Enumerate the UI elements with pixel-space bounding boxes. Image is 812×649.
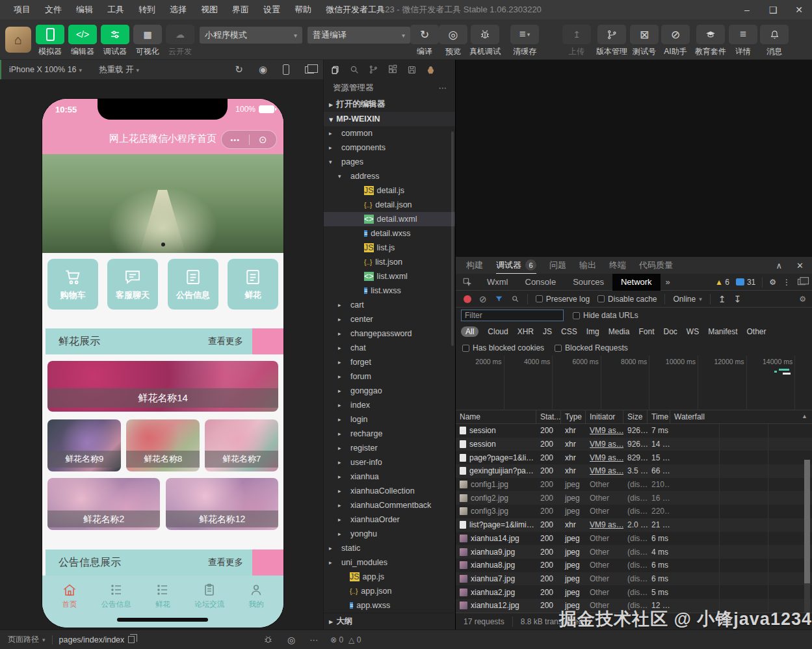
type-filter[interactable]: Img	[586, 327, 599, 336]
tab-profile[interactable]: 我的	[235, 582, 277, 628]
dual-window-icon[interactable]	[305, 66, 314, 73]
record-network-icon[interactable]	[464, 295, 471, 303]
menu-item[interactable]: 选择	[163, 0, 194, 20]
throttling-select[interactable]: Online▾	[673, 295, 701, 304]
more-tabs-icon[interactable]: »	[661, 277, 675, 287]
tree-item[interactable]: ▸ static	[324, 541, 456, 555]
menu-item[interactable]: 界面	[225, 0, 256, 20]
network-request-row[interactable]: list?page=1&limi… 200 xhr VM9 as… 2.0 … …	[456, 518, 812, 532]
open-editors-section[interactable]: ▸打开的编辑器	[324, 96, 456, 112]
menu-item[interactable]: 转到	[131, 0, 163, 20]
tab-wxml[interactable]: Wxml	[478, 274, 517, 291]
tree-item[interactable]: ▸ user-info	[324, 455, 456, 470]
close-panel-icon[interactable]: ✕	[796, 261, 804, 271]
tree-item[interactable]: ▸ uni_modules	[324, 555, 456, 570]
tab-code-quality[interactable]: 代码质量	[639, 257, 673, 274]
save-icon[interactable]	[407, 65, 417, 75]
network-request-row[interactable]: xianhua14.jpg 200 jpeg Other (dis… 6 ms	[456, 532, 812, 546]
filter-funnel-icon[interactable]	[495, 295, 503, 303]
editor-button[interactable]: </> 编辑器	[66, 25, 99, 57]
tree-item[interactable]: ▸ common	[324, 126, 456, 140]
col-type[interactable]: Type	[561, 410, 586, 424]
network-request-row[interactable]: session 200 xhr VM9 as… 926… 14 …	[456, 438, 812, 451]
close-button[interactable]: ✕	[786, 0, 812, 20]
hide-data-urls-checkbox[interactable]: Hide data URLs	[573, 311, 638, 320]
blocked-cookies-checkbox[interactable]: Has blocked cookies	[462, 343, 544, 352]
menu-item[interactable]: 帮助	[287, 0, 319, 20]
type-filter[interactable]: JS	[543, 327, 552, 336]
network-request-row[interactable]: xianhua2.jpg 200 jpeg Other (dis… 5 ms	[456, 585, 812, 599]
tree-item[interactable]: ▸ center	[324, 312, 456, 326]
type-filter[interactable]: Manifest	[708, 327, 737, 336]
eye-icon[interactable]: ◎	[287, 635, 295, 645]
search-network-icon[interactable]	[511, 295, 519, 303]
blocked-requests-checkbox[interactable]: Blocked Requests	[555, 343, 628, 352]
tree-item[interactable]: ▸ components	[324, 140, 456, 155]
search-icon[interactable]	[349, 64, 360, 75]
export-har-icon[interactable]: ↧	[733, 294, 741, 304]
problems-counter[interactable]: ⊗ 0 △ 0	[330, 635, 361, 644]
project-root[interactable]: ▾MP-WEIXIN	[324, 112, 456, 126]
phone-frame-icon[interactable]	[283, 64, 289, 75]
more-actions-icon[interactable]: ···	[439, 83, 447, 92]
tab-output[interactable]: 输出	[579, 257, 596, 274]
import-har-icon[interactable]: ↥	[718, 294, 726, 304]
minimize-button[interactable]: –	[734, 0, 760, 20]
tree-item[interactable]: list.wxss	[324, 284, 456, 298]
clear-cache-button[interactable]: ≡▾ 清缓存	[507, 25, 542, 57]
kebab-menu-icon[interactable]: ⋮	[783, 278, 791, 287]
chat-button[interactable]: 客服聊天	[107, 259, 158, 310]
view-more-link[interactable]: 查看更多	[208, 557, 243, 568]
col-initiator[interactable]: Initiator	[586, 410, 623, 424]
plugin-icon[interactable]	[426, 65, 436, 75]
warning-count[interactable]: ▲ 6	[715, 278, 729, 287]
tree-item[interactable]: ▸ register	[324, 441, 456, 455]
tree-item[interactable]: ▸ xianhuaCollection	[324, 484, 456, 498]
tree-item[interactable]: ▸ yonghu	[324, 527, 456, 541]
network-request-row[interactable]: config1.jpg 200 jpeg Other (dis… 210…	[456, 478, 812, 492]
debugger-button[interactable]: 调试器	[99, 25, 131, 57]
network-overview-timeline[interactable]: 2000 ms4000 ms6000 ms8000 ms10000 ms1200…	[456, 356, 812, 410]
col-size[interactable]: Size	[623, 410, 648, 424]
mode-select[interactable]: 小程序模式▾	[200, 27, 302, 44]
tab-home[interactable]: 首页	[49, 582, 90, 628]
tree-item[interactable]: ▸ chat	[324, 341, 456, 355]
tree-item[interactable]: detail.wxss	[324, 226, 456, 241]
tree-item[interactable]: ▸ changepassword	[324, 326, 456, 341]
type-filter[interactable]: Font	[638, 327, 654, 336]
upload-button[interactable]: ↥ 上传	[560, 25, 593, 57]
tree-item[interactable]: ▸ xianhua	[324, 470, 456, 484]
tree-item[interactable]: list.json	[324, 255, 456, 269]
tree-item[interactable]: ▸ gonggao	[324, 384, 456, 398]
preview-button[interactable]: ◎ 预览	[437, 25, 469, 57]
tree-item[interactable]: ▸ cart	[324, 298, 456, 312]
simulator-button[interactable]: 模拟器	[34, 25, 66, 57]
tree-item[interactable]: ▸ recharge	[324, 427, 456, 441]
copy-icon[interactable]	[128, 636, 135, 643]
type-filter[interactable]: Other	[747, 327, 766, 336]
network-settings-icon[interactable]: ⚙	[799, 295, 806, 304]
compile-button[interactable]: ↻ 编译	[408, 25, 441, 57]
network-scrollbar[interactable]	[804, 460, 810, 613]
clear-icon[interactable]: ⊘	[479, 294, 487, 304]
maximize-button[interactable]: ❑	[760, 0, 786, 20]
flower-card-large[interactable]: 鲜花名称14	[47, 361, 278, 412]
tree-item[interactable]: list.js	[324, 241, 456, 255]
inspect-icon[interactable]	[462, 277, 472, 287]
type-filter[interactable]: Doc	[663, 327, 677, 336]
tab-console[interactable]: Console	[517, 274, 565, 291]
network-request-row[interactable]: xianhua7.jpg 200 jpeg Other (dis… 6 ms	[456, 572, 812, 586]
disable-cache-checkbox[interactable]: Disable cache	[597, 295, 657, 304]
menu-item[interactable]: 文件	[38, 0, 69, 20]
tab-sources[interactable]: Sources	[564, 274, 612, 291]
menu-item[interactable]: 工具	[100, 0, 131, 20]
flower-card[interactable]: 鲜花名称9	[47, 419, 121, 471]
menu-item[interactable]: 设置	[256, 0, 287, 20]
outline-section[interactable]: ▸大纲	[324, 613, 456, 629]
type-filter[interactable]: Media	[609, 327, 630, 336]
rotate-icon[interactable]: ↻	[235, 64, 243, 75]
network-request-row[interactable]: gexingtuijian?pa… 200 xhr VM9 as… 3.5 … …	[456, 464, 812, 478]
hot-reload-toggle[interactable]: 热重载 开▾	[99, 64, 139, 75]
extensions-icon[interactable]	[387, 64, 398, 75]
tree-item[interactable]: ▸ xianhuaOrder	[324, 512, 456, 527]
